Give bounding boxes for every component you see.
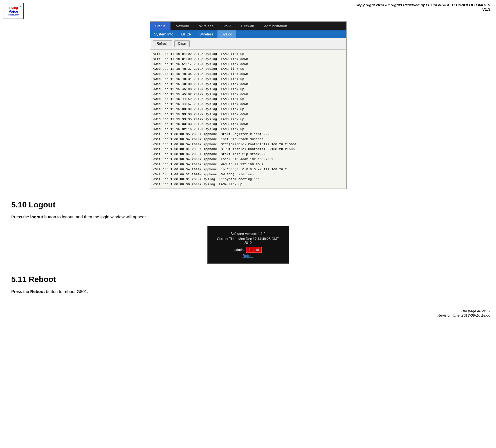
logo-waves-icon: ≋ [19,5,22,8]
syslog-line: <Sat Jan 1 08:00:34 2000> ipphone: SIP0(… [153,147,343,152]
nav-tab-wireless-second[interactable]: Wireless [196,30,217,38]
syslog-line: <Wed Dec 12 15:33:35 2012> syslog: LAN3 … [153,117,343,122]
syslog-line: <Sat Jan 1 08:00:30 2000> syslog: LAN4 l… [153,182,343,187]
syslog-line: <Wed Dec 12 15:48:30 2012> syslog: LAN3 … [153,82,343,87]
logout-sw-version: Software Version: 1.1.2 [213,232,283,236]
nav-tabs-top: Status Network Wireless VoIP Firewall Ad… [150,22,346,30]
syslog-line: <Wed Dec 12 15:48:34 2012> syslog: LAN3 … [153,77,343,82]
section-511-pre: Press the [11,289,30,294]
syslog-line: <Sat Jan 1 08:00:32 2000> ipphone: SW:35… [153,172,343,177]
nav-tab-voip[interactable]: VoIP [218,22,236,30]
router-panel: Status Network Wireless VoIP Firewall Ad… [150,21,347,189]
nav-tabs-second: System Info DHCP Wireless Syslog [150,30,346,38]
syslog-line: <Wed Dec 12 15:51:17 2012> syslog: LAN3 … [153,62,343,67]
section-511-body: Press the Reboot button to reboot G801. [6,288,490,295]
syslog-line: <Wed Dec 12 15:33:33 2012> syslog: LAN3 … [153,122,343,127]
syslog-line: <Sat Jan 1 08:00:34 2000> ipphone: Local… [153,157,343,162]
section-510-number: 5.10 [11,200,27,209]
page-info: The page 48 of 52 [6,309,490,313]
action-bar: Refresh Clear [150,38,346,50]
section-510-pre: Press the [11,214,30,219]
copyright-text: Copy Right 2013 All Rights Reserved by F… [355,3,490,7]
nav-tab-syslog[interactable]: Syslog [217,30,236,38]
section-510-title: Logout [29,200,55,209]
clear-button[interactable]: Clear [174,40,190,47]
nav-tab-status[interactable]: Status [150,22,171,30]
logout-admin-label: admin: [234,248,244,252]
logout-button[interactable]: Logout [246,247,262,253]
section-510-bold: logout [30,214,43,219]
reboot-link[interactable]: Reboot [213,254,283,258]
syslog-line: <Wed Dec 12 15:48:37 2012> syslog: LAN3 … [153,66,343,71]
version-text: V1.3 [355,7,490,12]
nav-tab-administration[interactable]: Administration [259,22,292,30]
syslog-line: <Wed Dec 12 15:45:03 2012> syslog: LAN3 … [153,87,343,92]
nav-tab-firewall[interactable]: Firewall [236,22,259,30]
header-right: Copy Right 2013 All Rights Reserved by F… [355,3,490,12]
syslog-line: <Sat Jan 1 08:00:34 2000> ipphone: WAN I… [153,162,343,167]
main-content: Status Network Wireless VoIP Firewall Ad… [0,21,496,295]
logo-box: ≋ Flying Voice VoiceoverIP [3,3,24,19]
refresh-button[interactable]: Refresh [153,40,172,47]
nav-tab-dhcp[interactable]: DHCP [177,30,196,38]
syslog-line: <Wed Dec 12 15:48:35 2012> syslog: LAN3 … [153,71,343,77]
section-511-post: button to reboot G801. [45,289,88,294]
syslog-line: <Wed Dec 12 15:44:59 2012> syslog: LAN3 … [153,97,343,102]
section-510-body: Press the logout button to logout, and t… [6,214,490,220]
logout-admin-line: admin: Logout [213,247,283,253]
section-511-number: 5.11 [11,275,27,284]
syslog-line: <Fri Dec 14 10:01:02 2012> syslog: LAN2 … [153,51,343,57]
syslog-line: <Wed Dec 12 15:33:38 2012> syslog: LAN3 … [153,112,343,117]
nav-tab-wireless[interactable]: Wireless [194,22,218,30]
page-header: ≋ Flying Voice VoiceoverIP Copy Right 20… [0,0,496,21]
nav-tab-network[interactable]: Network [170,22,194,30]
logo: ≋ Flying Voice VoiceoverIP [3,3,25,20]
syslog-line: <Wed Dec 12 15:45:02 2012> syslog: LAN3 … [153,92,343,97]
syslog-line: <Sat Jan 1 08:00:31 2000> syslog: ***sys… [153,177,343,182]
logo-sub-text: VoiceoverIP [8,14,19,16]
syslog-line: <Wed Dec 12 15:44:57 2012> syslog: LAN3 … [153,102,343,107]
section-511-title: Reboot [29,275,56,284]
section-511-bold: Reboot [30,289,45,294]
syslog-line: <Fri Dec 14 10:01:00 2012> syslog: LAN2 … [153,57,343,62]
syslog-line: <Wed Dec 12 15:33:39 2012> syslog: LAN3 … [153,107,343,112]
section-510-post: button to logout, and then the login win… [43,214,147,219]
logout-current-time: Current Time: Mon Dec 17 14:48:25 GMT 20… [213,237,283,245]
syslog-line: <Sat Jan 1 08:00:35 2000> ipphone: Start… [153,132,343,137]
syslog-line: <Sat Jan 1 08:00:34 2000> ipphone: SIP1(… [153,142,343,147]
section-510-heading: 5.10 Logout [6,200,490,209]
logo-voice-text: Voice [9,10,18,14]
syslog-line: <Sat Jan 1 08:00:34 2000> ipphone: Init … [153,137,343,142]
syslog-area: <Fri Dec 14 10:01:02 2012> syslog: LAN2 … [150,50,346,189]
nav-tab-system-info[interactable]: System Info [150,30,178,38]
syslog-line: <Sat Jan 1 08:00:34 2000> ipphone: Start… [153,152,343,157]
logout-screenshot-panel: Software Version: 1.1.2 Current Time: Mo… [207,226,289,264]
section-511-heading: 5.11 Reboot [6,275,490,284]
revision-time: Revision time: 2013-08-16 18:00 [6,313,490,317]
syslog-line: <Sat Jan 1 08:00:34 2000> ipphone: ip Ch… [153,167,343,172]
page-footer: The page 48 of 52 Revision time: 2013-08… [0,301,496,322]
syslog-line: <Wed Dec 12 15:32:16 2012> syslog: LAN3 … [153,127,343,132]
